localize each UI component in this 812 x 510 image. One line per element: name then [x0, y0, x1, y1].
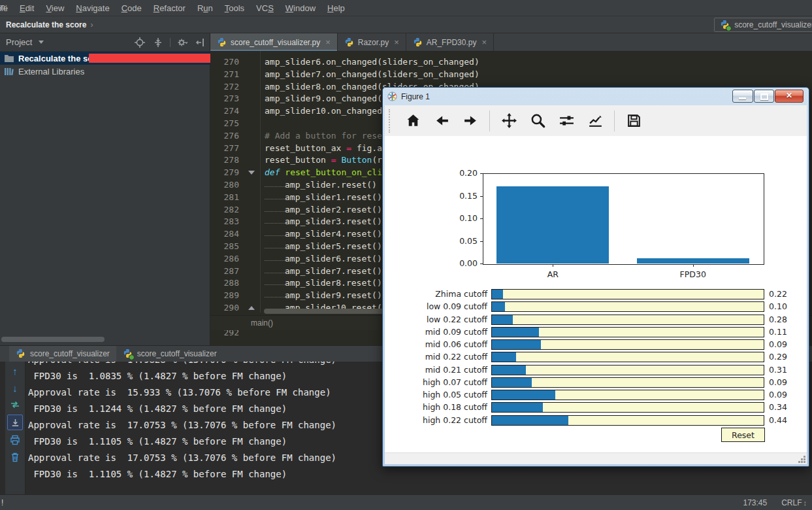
configure-subplots-icon[interactable]	[558, 112, 575, 129]
code-token: amp_slider9.reset()	[285, 290, 382, 300]
gear-icon[interactable]	[177, 37, 187, 48]
y-tick-mark	[480, 218, 483, 219]
figure-titlebar[interactable]: Figure 1	[383, 88, 809, 105]
code-token: =	[331, 155, 336, 165]
fold-marker-icon[interactable]	[248, 306, 255, 310]
y-tick-mark	[480, 264, 483, 264]
scroll-to-end-icon[interactable]	[7, 415, 23, 430]
code-text: amp_slider.reset()	[265, 178, 377, 191]
pan-icon[interactable]	[500, 112, 517, 129]
slider-label: mid 0.22 cutoff	[385, 352, 487, 362]
collapse-all-icon[interactable]	[153, 37, 163, 48]
editor-tab[interactable]: score_cutoff_visualizer.py×	[210, 33, 338, 51]
slider-track[interactable]	[491, 339, 764, 350]
restore-button[interactable]	[754, 90, 774, 103]
console-tab[interactable]: score_cutoff_visualizer	[116, 346, 223, 362]
menu-vcs[interactable]: VCS	[250, 3, 280, 13]
indent-guide	[265, 203, 285, 212]
figure-canvas[interactable]: Reset 0.000.050.100.150.20ARFPD30Zhima c…	[385, 136, 807, 452]
breadcrumb[interactable]: Recalculate the score	[6, 20, 86, 29]
slider-track[interactable]	[491, 415, 764, 426]
close-button[interactable]	[775, 90, 804, 103]
slider-label: Zhima cutoff	[385, 289, 487, 299]
line-number: 290	[210, 301, 239, 314]
fold-marker-icon[interactable]	[248, 171, 255, 175]
menu-refactor[interactable]: Refactor	[148, 3, 191, 13]
slider-value: 0.10	[769, 301, 787, 311]
slider-track[interactable]	[491, 301, 764, 312]
library-icon	[4, 67, 14, 76]
project-tree[interactable]: Recalculate the scoreExternal Libraries	[0, 52, 210, 78]
menu-edit[interactable]: Edit	[14, 3, 40, 13]
slider-track[interactable]	[491, 289, 764, 299]
toolbar-drag-handle[interactable]	[389, 109, 392, 133]
x-tick-label: FPD30	[667, 269, 719, 279]
code-line: 271amp_slider7.on_changed(sliders_on_cha…	[210, 68, 812, 80]
console-line: FPD30 is 1.1105 % (1.4827 % before FM ch…	[28, 434, 336, 450]
line-number: 279	[210, 166, 239, 178]
folder-icon	[4, 54, 14, 63]
save-icon[interactable]	[625, 112, 642, 129]
run-configuration-label: score_cutoff_visualizer	[734, 20, 812, 29]
resize-grip-icon[interactable]	[804, 461, 805, 463]
code-text: amp_slider2.reset()	[265, 203, 382, 216]
home-icon[interactable]	[404, 112, 421, 129]
slider-track[interactable]	[491, 327, 764, 337]
project-item[interactable]: External Libraries	[0, 65, 210, 78]
slider-track[interactable]	[491, 352, 764, 362]
project-horizontal-scrollbar[interactable]	[1, 337, 105, 342]
code-token: amp_slider6.on_changed(sliders_on_change…	[265, 57, 479, 67]
slider-track[interactable]	[491, 365, 764, 375]
menu-help[interactable]: Help	[321, 3, 351, 13]
console-tab-label: score_cutoff_visualizer	[137, 349, 217, 358]
run-configuration-select[interactable]: score_cutoff_visualizer	[714, 18, 812, 32]
tab-close-icon[interactable]: ×	[394, 37, 399, 47]
slider-track[interactable]	[491, 390, 764, 400]
zoom-icon[interactable]	[529, 112, 546, 129]
code-text: amp_slider6.on_changed(sliders_on_change…	[265, 56, 479, 68]
hide-panel-icon[interactable]	[195, 37, 206, 48]
edit-parameters-icon[interactable]	[587, 112, 604, 129]
locate-icon[interactable]	[135, 37, 145, 48]
menu-code[interactable]: Code	[116, 3, 148, 13]
editor-tab[interactable]: AR_FPD30.py×	[406, 33, 494, 51]
menu-navigate[interactable]: Navigate	[70, 3, 115, 13]
rerun-icon[interactable]	[8, 398, 22, 412]
tab-close-icon[interactable]: ×	[481, 37, 487, 47]
menu-tools[interactable]: Tools	[219, 3, 250, 13]
down-arrow-icon[interactable]: ↓	[8, 381, 22, 395]
up-arrow-icon[interactable]: ↑	[8, 364, 22, 378]
tab-close-icon[interactable]: ×	[325, 37, 331, 47]
menu-view[interactable]: View	[40, 3, 70, 13]
project-panel-title[interactable]: Project	[6, 37, 32, 47]
menu-run[interactable]: Run	[191, 3, 219, 13]
forward-icon[interactable]	[462, 112, 479, 129]
indent-guide	[265, 178, 285, 187]
minimize-button[interactable]	[732, 90, 753, 103]
print-icon[interactable]	[8, 433, 22, 447]
back-icon[interactable]	[433, 112, 450, 129]
caret-position[interactable]: 173:45	[743, 498, 767, 507]
code-token: amp_slider5.reset()	[285, 241, 382, 251]
toolbar-separator	[489, 110, 490, 131]
code-token: amp_slider.reset()	[285, 180, 377, 190]
project-item[interactable]: Recalculate the score	[0, 52, 210, 65]
reset-button[interactable]: Reset	[721, 428, 765, 442]
slider-track[interactable]	[491, 402, 764, 413]
console-tab[interactable]: score_cutoff_visualizer	[9, 346, 116, 362]
menu-window[interactable]: Window	[280, 3, 321, 13]
code-token: amp_slider7.reset()	[285, 266, 382, 276]
slider-track[interactable]	[491, 314, 764, 325]
editor-tab-label: score_cutoff_visualizer.py	[231, 38, 320, 47]
updown-arrow-icon: ↕	[804, 499, 807, 507]
trash-icon[interactable]	[8, 450, 22, 464]
editor-tab[interactable]: Razor.py×	[338, 33, 406, 51]
slider-track[interactable]	[491, 377, 764, 388]
figure-window[interactable]: Figure 1	[382, 87, 809, 467]
code-token: amp_slider3.reset()	[285, 216, 382, 226]
line-ending-indicator[interactable]: CRLF	[781, 498, 802, 507]
breadcrumb-function[interactable]: main()	[251, 318, 273, 328]
editor-tab-label: AR_FPD30.py	[427, 38, 477, 47]
chevron-down-icon[interactable]	[39, 41, 44, 44]
figure-statusbar	[385, 452, 807, 464]
